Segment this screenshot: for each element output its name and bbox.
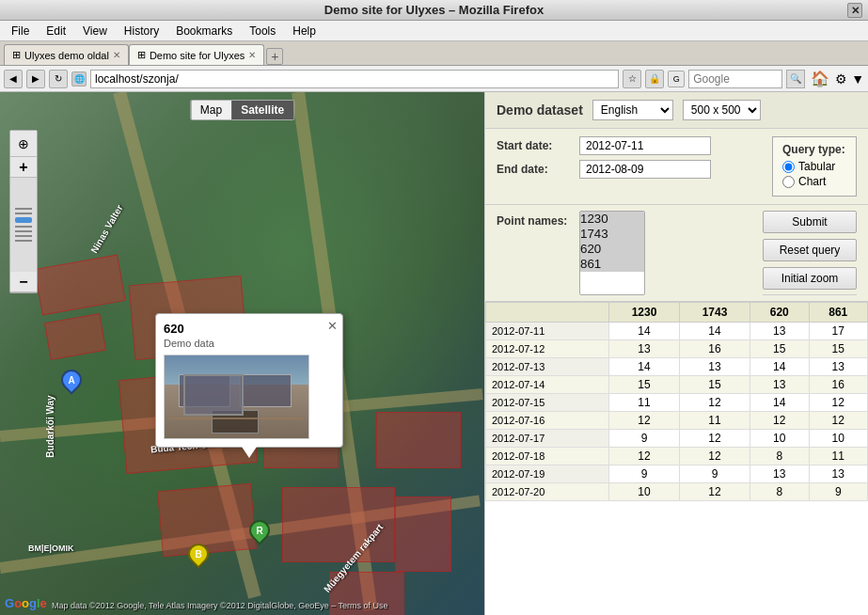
table-cell-value: 13 [809,358,868,376]
submit-button[interactable]: Submit [763,211,857,233]
window-title: Demo site for Ulyxes – Mozilla Firefox [324,3,544,17]
table-row: 2012-07-1314131413 [486,358,868,376]
point-861: 861 [580,257,644,272]
initial-zoom-button[interactable]: Initial zoom [763,267,857,290]
form-fields: Start date: End date: [497,136,765,197]
tabbar: ⊞ Ulyxes demo oldal ✕ ⊞ Demo site for Ul… [0,41,868,66]
form-and-query: Start date: End date: Query type: Tabula… [485,129,868,205]
table-cell-value: 14 [608,323,679,340]
bookmark-star[interactable]: ☆ [623,70,641,88]
menu-help[interactable]: Help [285,23,324,39]
point-names-select[interactable]: 1230 1743 620 861 [579,211,645,295]
table-cell-value: 12 [680,430,750,448]
table-cell-date: 2012-07-13 [486,358,609,376]
tab-close-ulyxes[interactable]: ✕ [113,50,120,60]
start-date-input[interactable] [579,136,711,155]
tab-ulyxes-demo[interactable]: ⊞ Ulyxes demo oldal ✕ [4,44,129,65]
start-date-row: Start date: [497,136,765,155]
table-cell-value: 9 [608,430,679,448]
zoom-slider[interactable] [10,178,37,272]
table-cell-value: 13 [750,323,809,340]
table-cell-value: 14 [608,358,679,376]
point-620: 620 [580,242,644,257]
size-select[interactable]: 500 x 500 250 x 250 100 x 100 [683,100,761,120]
url-input[interactable] [90,70,619,88]
end-date-input[interactable] [579,160,711,179]
panel-title: Demo dataset [497,102,583,118]
browser-menu-button[interactable]: ⚙ [835,71,847,87]
table-cell-value: 14 [750,394,809,412]
popup-tail [242,447,257,458]
point-names-section: Point names: 1230 1743 620 861 Submit Re… [485,205,868,302]
table-row: 2012-07-179121010 [486,430,868,448]
marker-r-label: R [256,526,262,536]
table-cell-value: 14 [750,358,809,376]
table-row: 2012-07-1114141317 [486,323,868,340]
table-cell-value: 12 [750,412,809,430]
language-select[interactable]: English Hungarian [592,100,673,120]
building-overlay-5 [157,483,257,557]
zoom-handle[interactable] [15,217,32,223]
table-cell-date: 2012-07-16 [486,412,609,430]
tabular-radio[interactable] [782,161,795,173]
main-content: Ninas Valter Budarkői Way Buda Tech Univ… [0,92,868,615]
point-1743: 1743 [580,227,644,242]
table-cell-value: 13 [809,465,868,483]
zoom-in-button[interactable]: + [10,157,37,178]
window-titlebar: Demo site for Ulyxes – Mozilla Firefox ✕ [0,0,868,21]
zoom-controls: ⊕ + − [9,130,38,293]
zoom-out-button[interactable]: − [10,272,37,292]
tab-demo-site[interactable]: ⊞ Demo site for Ulyxes ✕ [129,44,264,65]
menu-file[interactable]: File [4,23,37,39]
zoom-tick [15,213,32,214]
forward-button[interactable]: ▶ [26,70,45,88]
browser-extra-button[interactable]: ▼ [851,71,864,87]
point-names-area: Point names: 1230 1743 620 861 [497,211,755,295]
table-cell-date: 2012-07-11 [486,323,609,340]
table-cell-date: 2012-07-17 [486,430,609,448]
table-cell-value: 15 [680,376,750,394]
right-panel: Demo dataset English Hungarian 500 x 500… [484,92,868,615]
menu-history[interactable]: History [117,23,166,39]
end-date-row: End date: [497,160,765,179]
menu-view[interactable]: View [75,23,115,39]
table-cell-value: 11 [809,448,868,465]
reload-button[interactable]: ↻ [49,70,68,88]
satellite-button[interactable]: Satellite [231,101,293,119]
map-area[interactable]: Ninas Valter Budarkői Way Buda Tech Univ… [0,92,484,615]
tab-icon-ulyxes: ⊞ [12,49,21,61]
search-input[interactable] [688,70,782,88]
action-buttons: Submit Reset query Initial zoom [763,211,857,295]
table-cell-value: 12 [680,448,750,465]
menu-tools[interactable]: Tools [242,23,283,39]
home-button[interactable]: 🏠 [811,70,829,87]
table-cell-date: 2012-07-20 [486,483,609,501]
col-header-1743: 1743 [680,303,750,323]
menu-edit[interactable]: Edit [39,23,73,39]
new-tab-button[interactable]: + [266,48,283,65]
table-row: 2012-07-181212811 [486,448,868,465]
table-cell-value: 15 [750,340,809,358]
chart-radio[interactable] [782,176,795,188]
table-cell-value: 12 [809,412,868,430]
search-button[interactable]: 🔍 [786,70,805,88]
map-button[interactable]: Map [191,101,231,119]
popup-close-button[interactable]: ✕ [327,319,338,333]
table-cell-value: 13 [608,340,679,358]
table-cell-value: 10 [809,430,868,448]
data-table-container: 1230 1743 620 861 2012-07-11141413172012… [485,302,868,615]
table-cell-value: 9 [680,465,750,483]
tab-close-demo[interactable]: ✕ [248,50,256,60]
street-label-budaroki: Budarkői Way [45,395,55,457]
back-button[interactable]: ◀ [4,70,23,88]
table-cell-value: 14 [680,323,750,340]
reset-query-button[interactable]: Reset query [763,239,857,261]
table-row: 2012-07-20101289 [486,483,868,501]
data-table: 1230 1743 620 861 2012-07-11141413172012… [485,302,868,501]
menu-bookmarks[interactable]: Bookmarks [168,23,240,39]
table-header-row: 1230 1743 620 861 [486,303,868,323]
table-row: 2012-07-19991313 [486,465,868,483]
window-close-button[interactable]: ✕ [847,3,862,18]
query-type-box: Query type: Tabular Chart [772,136,857,197]
table-cell-value: 10 [750,430,809,448]
